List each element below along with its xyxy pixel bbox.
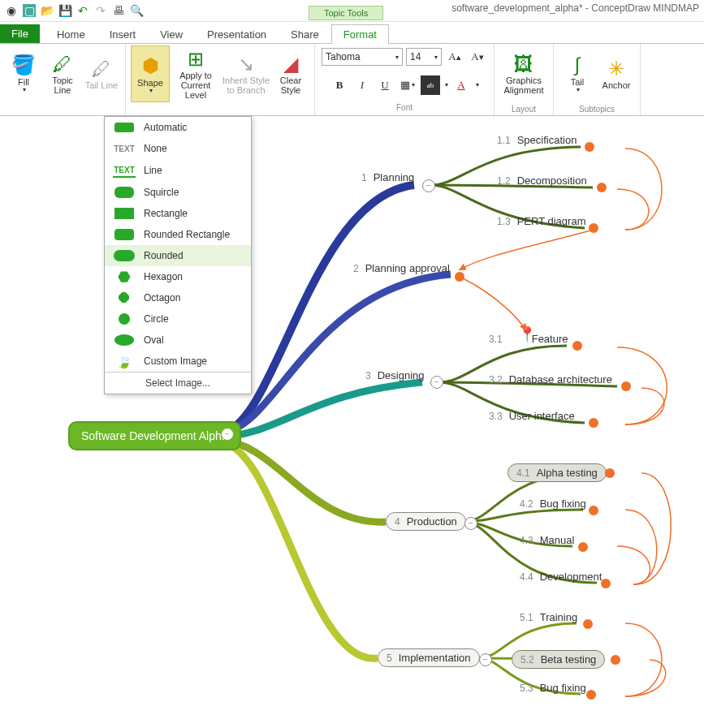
toggle-planning[interactable]: − — [422, 179, 435, 192]
root-topic[interactable]: Software Development Alpha — [68, 421, 241, 450]
shape-item-custom-image[interactable]: 🍃Custom Image — [105, 351, 251, 372]
topic-line-button[interactable]: 🖊Topic Line — [44, 45, 81, 101]
font-size-select[interactable]: 14▾ — [406, 48, 442, 66]
tail-line-icon: 🖊 — [89, 58, 114, 80]
connector-dot — [572, 341, 582, 351]
topic-line-icon: 🖊 — [50, 53, 76, 75]
toggle-designing[interactable]: − — [430, 376, 443, 389]
tail-line-button[interactable]: 🖊Tail Line — [83, 45, 120, 101]
topic-planning[interactable]: 1Planning — [361, 171, 414, 183]
toggle-implementation[interactable]: − — [479, 653, 492, 666]
clear-style-button[interactable]: ◢Clear Style — [272, 45, 309, 101]
topic-bug-fixing-5[interactable]: 5.3Bug fixing — [520, 682, 586, 694]
tab-home[interactable]: Home — [45, 24, 97, 44]
redo-icon[interactable]: ↷ — [94, 4, 107, 17]
graphics-alignment-button[interactable]: 🖼Graphics Alignment — [499, 45, 548, 101]
topic-decomposition[interactable]: 1.2Decomposition — [497, 174, 587, 187]
tail-icon: ∫ — [564, 54, 590, 77]
bold-button[interactable]: B — [330, 75, 349, 95]
clear-style-icon: ◢ — [278, 53, 304, 75]
mindmap-canvas[interactable]: Software Development Alpha − 1Planning −… — [0, 116, 704, 728]
font-name-select[interactable]: Tahoma▾ — [322, 48, 403, 66]
connector-dot — [589, 223, 598, 233]
topic-development[interactable]: 4.4Development — [520, 571, 602, 583]
anchor-icon: ✳ — [603, 58, 629, 80]
ribbon: 🪣Fill▾ 🖊Topic Line 🖊Tail Line ⬢Shape▾ ⊞A… — [0, 44, 704, 116]
tab-view[interactable]: View — [148, 24, 195, 44]
shape-item-oval[interactable]: Oval — [105, 330, 251, 351]
tab-presentation[interactable]: Presentation — [195, 24, 279, 44]
topic-ui[interactable]: 3.3User interface — [489, 410, 575, 422]
topic-beta-testing[interactable]: 5.2Beta testing — [512, 650, 605, 669]
border-button[interactable]: ▦▾ — [398, 75, 417, 95]
shape-item-octagon[interactable]: ⯃Octagon — [105, 287, 251, 308]
print-icon[interactable]: 🖶 — [112, 4, 125, 17]
fill-icon: 🪣 — [11, 54, 37, 77]
connector-dot — [589, 506, 598, 515]
connector-dot — [455, 272, 464, 282]
fill-button[interactable]: 🪣Fill▾ — [5, 45, 42, 101]
topic-bug-fixing-4[interactable]: 4.2Bug fixing — [520, 498, 586, 510]
shape-item-squircle[interactable]: Squircle — [105, 182, 251, 203]
new-icon[interactable]: ▢ — [23, 4, 36, 17]
graphics-icon: 🖼 — [511, 53, 537, 75]
italic-button[interactable]: I — [352, 75, 372, 95]
shape-button[interactable]: ⬢Shape▾ — [131, 45, 170, 102]
topic-manual[interactable]: 4.3Manual — [520, 534, 574, 546]
ribbon-tabs: File Home Insert View Presentation Share… — [0, 22, 704, 44]
tab-share[interactable]: Share — [279, 24, 331, 44]
topic-production[interactable]: 4Production — [386, 512, 466, 531]
topic-specification[interactable]: 1.1Specification — [497, 134, 577, 146]
save-icon[interactable]: 💾 — [58, 4, 71, 17]
contextual-tab-label: Topic Tools — [309, 6, 383, 20]
layout-group-label: Layout — [499, 105, 548, 114]
topic-implementation[interactable]: 5Implementation — [378, 648, 480, 667]
tab-format[interactable]: Format — [331, 24, 389, 44]
topic-db-arch[interactable]: 3.2Database architecture — [489, 373, 612, 386]
shape-select-image[interactable]: Select Image... — [105, 372, 251, 394]
connector-dot — [583, 619, 593, 629]
topic-pert[interactable]: 1.3PERT diagram — [497, 215, 585, 227]
toggle-production[interactable]: − — [464, 517, 477, 530]
connector-dot — [589, 418, 598, 428]
topic-designing[interactable]: 3Designing — [365, 369, 425, 381]
topic-feature[interactable]: 3.1Feature — [489, 333, 568, 345]
shape-icon: ⬢ — [137, 55, 163, 78]
shape-item-circle[interactable]: Circle — [105, 308, 251, 330]
shape-item-rectangle[interactable]: Rectangle — [105, 203, 251, 224]
tab-insert[interactable]: Insert — [97, 24, 149, 44]
topic-planning-approval[interactable]: 2Planning approval — [353, 262, 450, 274]
shape-item-line[interactable]: TEXTLine — [105, 159, 251, 182]
inherit-icon: ↘ — [233, 53, 259, 75]
font-group: Tahoma▾ 14▾ A▴ A▾ B I U ▦▾ ab▾ A▾ Font — [315, 44, 495, 115]
anchor-button[interactable]: ✳Anchor — [598, 45, 635, 101]
font-group-label: Font — [322, 103, 487, 112]
shape-item-automatic[interactable]: Automatic — [105, 117, 251, 138]
connector-dot — [611, 655, 620, 665]
highlight-button[interactable]: ab — [421, 75, 440, 95]
root-toggle[interactable]: − — [221, 428, 234, 441]
font-color-button[interactable]: A — [451, 75, 471, 95]
grow-font-button[interactable]: A▴ — [445, 47, 464, 67]
inherit-button[interactable]: ↘Inherit Style to Branch — [222, 45, 270, 101]
topic-training[interactable]: 5.1Training — [520, 611, 577, 623]
preview-icon[interactable]: 🔍 — [130, 4, 143, 17]
logo-icon: ◉ — [5, 4, 18, 17]
shape-item-rounded-rectangle[interactable]: Rounded Rectangle — [105, 224, 251, 245]
connector-dot — [578, 542, 588, 552]
apply-button[interactable]: ⊞Apply to Current Level — [171, 45, 220, 101]
shape-item-rounded[interactable]: Rounded — [105, 245, 251, 266]
file-tab[interactable]: File — [0, 24, 40, 43]
connector-dot — [597, 183, 607, 192]
connector-dot — [601, 579, 611, 588]
connector-dot — [621, 381, 631, 391]
shape-item-hexagon[interactable]: ⬣Hexagon — [105, 266, 251, 287]
underline-button[interactable]: U — [375, 75, 395, 95]
undo-icon[interactable]: ↶ — [76, 4, 89, 17]
topic-alpha-testing[interactable]: 4.1Alpha testing — [507, 463, 607, 482]
tail-button[interactable]: ∫Tail▾ — [559, 45, 596, 101]
apply-icon: ⊞ — [183, 48, 209, 71]
shape-item-none[interactable]: TEXTNone — [105, 138, 251, 159]
shrink-font-button[interactable]: A▾ — [468, 47, 487, 67]
open-icon[interactable]: 📂 — [41, 4, 54, 17]
